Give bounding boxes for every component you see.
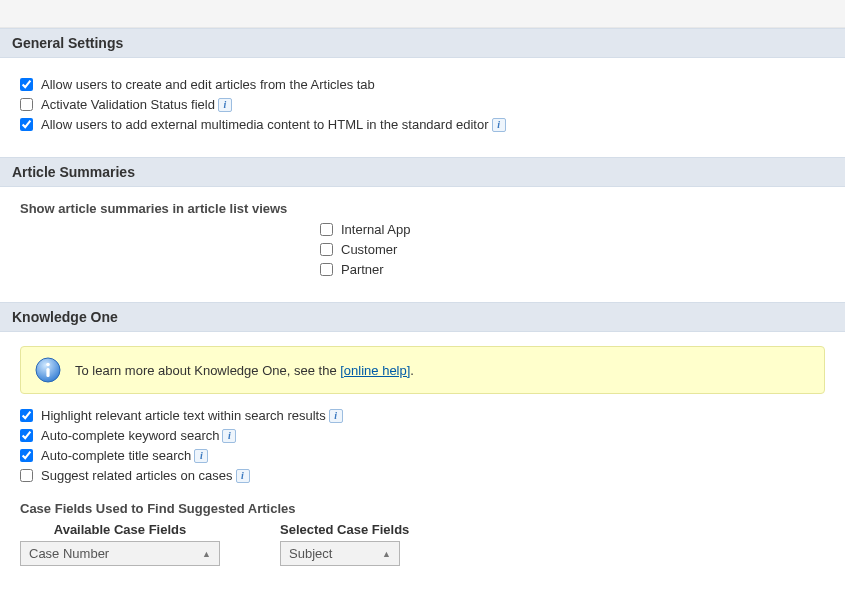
selected-column: Selected Case Fields Subject ▲ [280,522,409,566]
sort-asc-icon: ▲ [202,549,211,559]
row-ac-keyword: Auto-complete keyword search i [20,428,825,443]
label-ac-keyword: Auto-complete keyword search [41,428,219,443]
info-icon [35,357,61,383]
available-title: Available Case Fields [20,522,220,541]
label-highlight: Highlight relevant article text within s… [41,408,326,423]
available-listbox[interactable]: Case Number ▲ [20,541,220,566]
checkbox-partner[interactable] [320,263,333,276]
section-body-summaries: Show article summaries in article list v… [0,187,845,302]
sort-asc-icon: ▲ [382,549,391,559]
summaries-list: Internal App Customer Partner [320,222,825,277]
checkbox-customer[interactable] [320,243,333,256]
case-fields-heading: Case Fields Used to Find Suggested Artic… [20,501,825,516]
help-icon[interactable]: i [222,429,236,443]
row-ac-title: Auto-complete title search i [20,448,825,463]
checkbox-internal-app[interactable] [320,223,333,236]
help-icon[interactable]: i [218,98,232,112]
section-title-knowledge-one: Knowledge One [12,309,118,325]
section-header-general: General Settings [0,28,845,58]
selected-value: Subject [289,546,332,561]
section-header-knowledge-one: Knowledge One [0,302,845,332]
available-value: Case Number [29,546,109,561]
online-help-link[interactable]: [online help] [340,363,410,378]
checkbox-validation-status[interactable] [20,98,33,111]
checkbox-allow-create-edit[interactable] [20,78,33,91]
row-highlight: Highlight relevant article text within s… [20,408,825,423]
label-customer: Customer [341,242,397,257]
banner-suffix: . [410,363,414,378]
top-gap [0,0,845,28]
summaries-lead: Show article summaries in article list v… [20,201,825,216]
section-title-summaries: Article Summaries [12,164,135,180]
help-icon[interactable]: i [492,118,506,132]
section-body-knowledge-one: To learn more about Knowledge One, see t… [0,332,845,566]
checkbox-multimedia[interactable] [20,118,33,131]
row-partner: Partner [320,262,825,277]
row-suggest: Suggest related articles on cases i [20,468,825,483]
svg-point-1 [46,363,50,367]
checkbox-suggest[interactable] [20,469,33,482]
svg-rect-2 [46,368,49,377]
label-internal-app: Internal App [341,222,410,237]
help-icon[interactable]: i [236,469,250,483]
label-allow-create-edit: Allow users to create and edit articles … [41,77,375,92]
checkbox-ac-keyword[interactable] [20,429,33,442]
section-title-general: General Settings [12,35,123,51]
section-body-general: Allow users to create and edit articles … [0,58,845,157]
help-icon[interactable]: i [194,449,208,463]
label-partner: Partner [341,262,384,277]
case-fields-columns: Available Case Fields Case Number ▲ Sele… [20,522,825,566]
banner-text: To learn more about Knowledge One, see t… [75,363,414,378]
selected-listbox[interactable]: Subject ▲ [280,541,400,566]
label-multimedia: Allow users to add external multimedia c… [41,117,489,132]
row-customer: Customer [320,242,825,257]
row-validation-status: Activate Validation Status field i [20,97,825,112]
row-multimedia: Allow users to add external multimedia c… [20,117,825,132]
info-banner: To learn more about Knowledge One, see t… [20,346,825,394]
checkbox-highlight[interactable] [20,409,33,422]
row-allow-create-edit: Allow users to create and edit articles … [20,77,825,92]
label-ac-title: Auto-complete title search [41,448,191,463]
checkbox-ac-title[interactable] [20,449,33,462]
label-suggest: Suggest related articles on cases [41,468,233,483]
selected-title: Selected Case Fields [280,522,409,541]
help-icon[interactable]: i [329,409,343,423]
banner-prefix: To learn more about Knowledge One, see t… [75,363,340,378]
row-internal-app: Internal App [320,222,825,237]
available-column: Available Case Fields Case Number ▲ [20,522,220,566]
section-header-summaries: Article Summaries [0,157,845,187]
label-validation-status: Activate Validation Status field [41,97,215,112]
